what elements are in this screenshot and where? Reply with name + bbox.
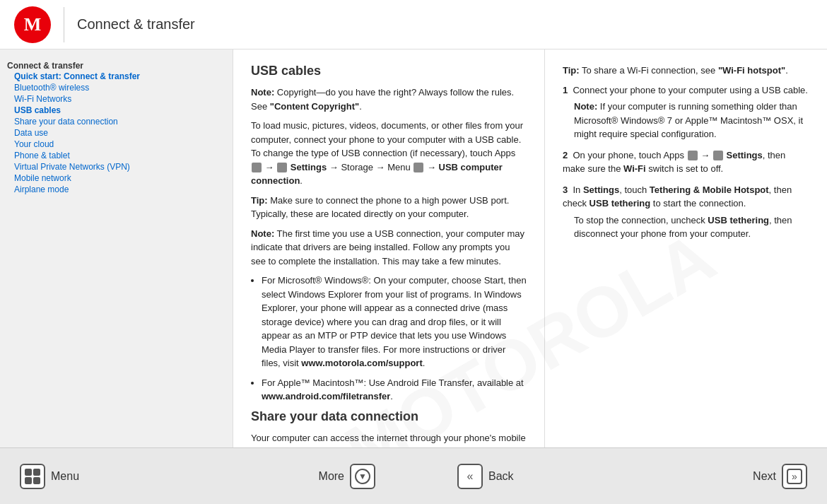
note2-label: Note: bbox=[251, 228, 274, 239]
sidebar-section-title: Connect & transfer bbox=[7, 61, 83, 71]
step3-tethering: Tethering & Mobile Hotspot bbox=[650, 184, 769, 195]
next-button[interactable]: Next » bbox=[747, 461, 813, 492]
more-icon-box: ▼ bbox=[350, 464, 375, 489]
note1-link: "Content Copyright" bbox=[270, 101, 359, 112]
menu-icon-box bbox=[20, 464, 45, 489]
more-button[interactable]: More ▼ bbox=[313, 461, 381, 492]
step1-number: 1 bbox=[563, 85, 568, 95]
step3-para2: To stop the connection, uncheck USB teth… bbox=[574, 213, 809, 241]
share-connection-para: Your computer can access the internet th… bbox=[251, 431, 527, 448]
grid-cell bbox=[25, 477, 32, 484]
sidebar-item[interactable]: Mobile network bbox=[7, 172, 225, 184]
logo-m-letter: M bbox=[24, 14, 42, 35]
settings-label: Settings bbox=[291, 162, 327, 172]
step2-settings: Settings bbox=[726, 150, 762, 160]
share-connection-heading: Share your data connection bbox=[251, 409, 527, 424]
back-label: Back bbox=[488, 470, 514, 483]
step-2: 2 On your phone, touch Apps → Settings, … bbox=[563, 148, 809, 176]
next-chevron-icon: » bbox=[787, 469, 802, 484]
usb-cables-heading: USB cables bbox=[251, 64, 527, 78]
settings-icon2 bbox=[713, 151, 723, 160]
right-tip-end: . bbox=[785, 65, 788, 76]
more-label: More bbox=[319, 470, 344, 483]
right-panel: Tip: To share a Wi-Fi connection, see "W… bbox=[544, 49, 827, 447]
sidebar: Connect & transfer Quick start: Connect … bbox=[0, 49, 233, 447]
more-chevron-icon: ▼ bbox=[358, 471, 367, 481]
sidebar-item[interactable]: Share your data connection bbox=[7, 116, 225, 127]
list-item: For Apple™ Macintosh™: Use Android File … bbox=[262, 376, 527, 404]
back-icon-box: « bbox=[457, 464, 483, 489]
sidebar-item[interactable]: Data use bbox=[7, 127, 225, 139]
content-wrapper: MOTOROLA Connect & transfer Quick start:… bbox=[0, 49, 827, 447]
motorola-url: www.motorola.com/support bbox=[301, 358, 422, 368]
note1-end: . bbox=[359, 101, 362, 112]
step-3: 3 In Settings, touch Tethering & Mobile … bbox=[563, 183, 809, 241]
header-title: Connect & transfer bbox=[77, 16, 195, 33]
apps-icon2 bbox=[688, 151, 698, 160]
menu-grid-icon bbox=[25, 469, 40, 484]
sidebar-item[interactable]: Wi-Fi Networks bbox=[7, 93, 225, 105]
para1: To load music, pictures, videos, documen… bbox=[251, 119, 527, 188]
sidebar-item[interactable]: Bluetooth® wireless bbox=[7, 82, 225, 93]
step3-text: 3 In Settings, touch Tethering & Mobile … bbox=[563, 183, 809, 211]
list-item: For Microsoft® Windows®: On your compute… bbox=[262, 274, 527, 370]
step2-text: 2 On your phone, touch Apps → Settings, … bbox=[563, 148, 809, 176]
step1-text: 1 Connect your phone to your computer us… bbox=[563, 83, 809, 98]
right-tip-label: Tip: bbox=[563, 65, 580, 76]
note2-text: The first time you use a USB connection,… bbox=[251, 228, 524, 266]
step2-number: 2 bbox=[563, 150, 568, 160]
sidebar-item[interactable]: Airplane mode bbox=[7, 184, 225, 195]
android-url: www.android.com/filetransfer bbox=[262, 391, 390, 402]
grid-cell bbox=[33, 477, 40, 484]
step2-wifi: Wi-Fi bbox=[623, 163, 646, 174]
sidebar-item[interactable]: Virtual Private Networks (VPN) bbox=[7, 161, 225, 172]
settings-icon bbox=[277, 163, 287, 172]
usb-connection-label: USB computer connection bbox=[251, 162, 503, 187]
step3-usb-tethering: USB tethering bbox=[590, 198, 651, 209]
note2-para: Note: The first time you use a USB conne… bbox=[251, 227, 527, 269]
motorola-logo: M bbox=[14, 6, 51, 43]
step3-uncheck-usb: USB tethering bbox=[708, 215, 769, 225]
sidebar-item[interactable]: Quick start: Connect & transfer bbox=[7, 71, 225, 82]
step1-note: Note: If your computer is running someth… bbox=[574, 100, 809, 141]
sidebar-item[interactable]: Phone & tablet bbox=[7, 150, 225, 161]
sidebar-items: Quick start: Connect & transferBluetooth… bbox=[7, 71, 225, 195]
header: M Connect & transfer bbox=[0, 0, 827, 49]
apps-icon bbox=[252, 163, 262, 172]
next-icon-box: » bbox=[782, 464, 807, 489]
menu-button[interactable]: Menu bbox=[14, 461, 85, 492]
sidebar-item[interactable]: Your cloud bbox=[7, 139, 225, 150]
step1-note-label: Note: bbox=[574, 101, 597, 112]
header-divider bbox=[64, 7, 64, 42]
tip1-label: Tip: bbox=[251, 195, 268, 206]
content-area: USB cables Note: Copyright—do you have t… bbox=[233, 49, 544, 447]
step3-number: 3 bbox=[563, 184, 568, 195]
menu-icon bbox=[414, 163, 423, 172]
right-tip-link: "Wi-Fi hotspot" bbox=[718, 65, 785, 76]
back-chevron-icon: « bbox=[467, 470, 474, 483]
next-label: Next bbox=[753, 470, 776, 483]
tip1-text: Make sure to connect the phone to a high… bbox=[251, 195, 509, 220]
back-button[interactable]: « Back bbox=[452, 461, 520, 492]
note1-para: Note: Copyright—do you have the right? A… bbox=[251, 86, 527, 113]
bottom-bar: Menu More ▼ « Back Next » bbox=[0, 447, 827, 504]
step3-settings: Settings bbox=[583, 184, 619, 195]
tip1-para: Tip: Make sure to connect the phone to a… bbox=[251, 194, 527, 221]
sidebar-item[interactable]: USB cables bbox=[7, 105, 225, 116]
right-tip-text: To share a Wi-Fi connection, see bbox=[580, 65, 718, 76]
step-1: 1 Connect your phone to your computer us… bbox=[563, 83, 809, 141]
menu-label: Menu bbox=[51, 470, 79, 483]
grid-cell bbox=[25, 469, 32, 476]
more-circle-icon: ▼ bbox=[355, 469, 370, 484]
tip-para: Tip: To share a Wi-Fi connection, see "W… bbox=[563, 64, 809, 78]
grid-cell bbox=[33, 469, 40, 476]
usb-bullets-list: For Microsoft® Windows®: On your compute… bbox=[262, 274, 527, 404]
note1-label: Note: bbox=[251, 87, 274, 98]
